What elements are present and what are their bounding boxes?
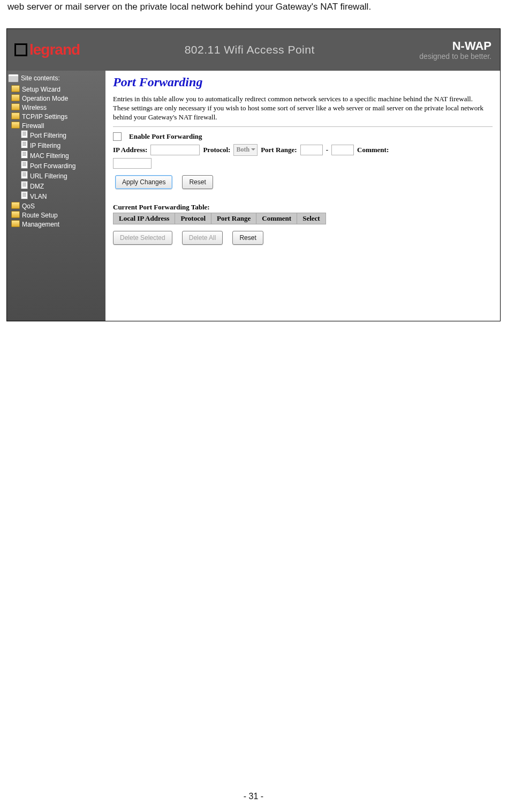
th-select: Select (297, 213, 326, 224)
folder-icon (11, 112, 20, 119)
enable-checkbox[interactable] (113, 132, 122, 141)
logo-text: legrand (29, 41, 80, 58)
file-icon (21, 161, 28, 169)
enable-label: Enable Port Forwarding (129, 132, 202, 141)
logo: legrand (14, 41, 80, 58)
folder-icon (11, 85, 20, 92)
separator (113, 126, 493, 127)
screenshot-frame: legrand 802.11 Wifi Access Point N-WAP d… (6, 28, 501, 321)
th-comment: Comment (256, 213, 297, 224)
sidebar-item-qos[interactable]: QoS (11, 201, 105, 210)
th-protocol: Protocol (175, 213, 211, 224)
sidebar-item-setup-wizard[interactable]: Setup Wizard (11, 85, 105, 94)
sidebar-item-operation-mode[interactable]: Operation Mode (11, 94, 105, 103)
table-title: Current Port Forwarding Table: (113, 203, 493, 212)
header-brand-block: N-WAP designed to be better. (419, 39, 491, 61)
delete-selected-button[interactable]: Delete Selected (113, 231, 172, 245)
sidebar: Site contents: Setup Wizard Operation Mo… (7, 71, 105, 321)
sidebar-item-firewall[interactable]: Firewall Port Filtering IP Filtering MAC… (11, 121, 105, 201)
protocol-label: Protocol: (203, 146, 230, 154)
file-icon (21, 181, 28, 189)
sidebar-item-vlan[interactable]: VLAN (21, 191, 105, 201)
sidebar-title-text: Site contents: (21, 74, 60, 82)
brand-tagline: designed to be better. (419, 52, 491, 61)
header-title: 802.11 Wifi Access Point (80, 43, 419, 56)
sidebar-item-route-setup[interactable]: Route Setup (11, 210, 105, 220)
sidebar-item-port-forwarding[interactable]: Port Forwarding (21, 160, 105, 170)
page-description: Entries in this table allow you to autom… (113, 95, 488, 122)
disk-icon (8, 74, 19, 82)
enable-row: Enable Port Forwarding (113, 132, 493, 141)
doc-intro-fragment: web server or mail server on the private… (0, 0, 507, 13)
page-heading: Port Forwarding (113, 75, 493, 89)
page-number: - 31 - (0, 792, 507, 801)
th-port-range: Port Range (211, 213, 256, 224)
ip-input[interactable] (150, 145, 200, 155)
app-header: legrand 802.11 Wifi Access Point N-WAP d… (7, 29, 500, 71)
sidebar-item-port-filtering[interactable]: Port Filtering (21, 130, 105, 140)
reset-button[interactable]: Reset (182, 175, 213, 189)
file-icon (21, 130, 28, 138)
file-icon (21, 171, 28, 179)
forwarding-table: Local IP Address Protocol Port Range Com… (113, 213, 326, 224)
port-range-label: Port Range: (261, 146, 297, 154)
folder-icon (11, 202, 20, 209)
file-icon (21, 151, 28, 159)
comment-label: Comment: (357, 146, 389, 154)
sidebar-title: Site contents: (7, 73, 105, 85)
folder-icon (11, 103, 20, 110)
port-end-input[interactable] (331, 145, 354, 155)
sidebar-item-ip-filtering[interactable]: IP Filtering (21, 140, 105, 150)
sidebar-item-wireless[interactable]: Wireless (11, 103, 105, 112)
sidebar-item-tcpip[interactable]: TCP/IP Settings (11, 112, 105, 121)
logo-icon (14, 43, 27, 56)
file-icon (21, 191, 28, 199)
brand-name: N-WAP (419, 39, 491, 53)
main-panel: Port Forwarding Entries in this table al… (105, 71, 500, 321)
sidebar-item-dmz[interactable]: DMZ (21, 181, 105, 191)
range-separator: - (326, 146, 328, 154)
sidebar-item-mac-filtering[interactable]: MAC Filtering (21, 150, 105, 160)
protocol-select[interactable]: Both (233, 144, 258, 156)
sidebar-item-management[interactable]: Management (11, 220, 105, 229)
sidebar-item-url-filtering[interactable]: URL Filtering (21, 170, 105, 181)
ip-label: IP Address: (113, 146, 147, 154)
th-local-ip: Local IP Address (113, 213, 175, 224)
folder-icon (11, 211, 20, 218)
file-icon (21, 140, 28, 148)
port-start-input[interactable] (300, 145, 323, 155)
reset-table-button[interactable]: Reset (232, 231, 263, 245)
comment-input[interactable] (113, 158, 152, 169)
apply-changes-button[interactable]: Apply Changes (115, 175, 172, 189)
delete-all-button[interactable]: Delete All (182, 231, 223, 245)
entry-row: IP Address: Protocol: Both Port Range: -… (113, 144, 493, 156)
folder-icon (11, 122, 20, 129)
folder-icon (11, 220, 20, 227)
folder-icon (11, 94, 20, 101)
